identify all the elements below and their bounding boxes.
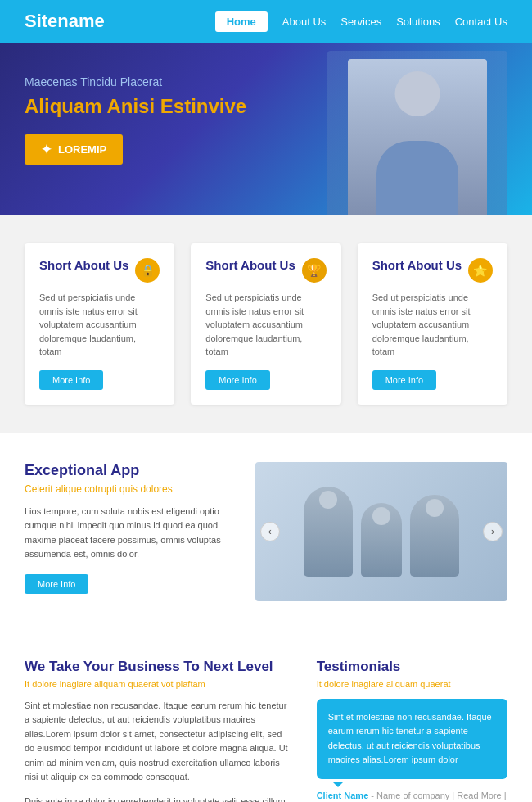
exceptional-section: Exceptional App Celerit alique cotrupti … xyxy=(0,433,532,630)
card-3-icon: ⭐ xyxy=(468,258,493,283)
hero-subtitle: Maecenas Tincidu Placerat xyxy=(25,75,291,88)
person-2 xyxy=(361,503,402,577)
slider: ‹ › xyxy=(255,462,507,601)
testimonial-meta: Client Name - Name of company | Read Mor… xyxy=(317,791,507,800)
card-1-btn[interactable]: More Info xyxy=(39,370,103,390)
testimonials-tagline: It dolore inagiare aliquam quaerat xyxy=(317,679,507,689)
company-name: - Name of company xyxy=(371,791,449,800)
client-name: Client Name xyxy=(317,791,369,800)
card-1-header: Short About Us 🔒 xyxy=(39,258,160,283)
slider-people xyxy=(295,478,467,585)
business-block: We Take Your Business To Next Level It d… xyxy=(25,659,292,803)
card-2: Short About Us 🏆 Sed ut perspiciatis und… xyxy=(191,243,340,405)
card-3: Short About Us ⭐ Sed ut perspiciatis und… xyxy=(358,243,507,405)
nav-contact[interactable]: Contact Us xyxy=(455,16,507,28)
card-2-title: Short About Us xyxy=(205,258,295,272)
card-3-btn[interactable]: More Info xyxy=(372,370,436,390)
exceptional-tagline: Celerit alique cotrupti quis dolores xyxy=(25,483,235,495)
testimonials-title: Testimonials xyxy=(317,659,507,675)
hero-person-figure xyxy=(348,59,487,215)
bottom-content-section: We Take Your Business To Next Level It d… xyxy=(0,630,532,803)
hero-title: Aliquam Anisi Estinvive xyxy=(25,95,291,118)
nav-solutions[interactable]: Solutions xyxy=(396,16,440,28)
business-title: We Take Your Business To Next Level xyxy=(25,659,292,675)
exceptional-text: Exceptional App Celerit alique cotrupti … xyxy=(25,462,235,601)
hero-section: Maecenas Tincidu Placerat Aliquam Anisi … xyxy=(0,43,532,215)
slider-next-arrow[interactable]: › xyxy=(483,522,503,541)
hero-btn-label: LOREMIP xyxy=(58,143,106,156)
nav-about[interactable]: About Us xyxy=(282,16,326,28)
logo: Sitename xyxy=(25,11,215,32)
nav-home[interactable]: Home xyxy=(215,11,268,32)
card-2-icon: 🏆 xyxy=(302,258,327,283)
card-3-header: Short About Us ⭐ xyxy=(372,258,493,283)
exceptional-btn[interactable]: More Info xyxy=(25,574,88,594)
person-3 xyxy=(410,495,459,577)
slider-image xyxy=(255,462,507,601)
hero-image xyxy=(327,51,507,215)
hero-text: Maecenas Tincidu Placerat Aliquam Anisi … xyxy=(25,75,291,189)
slider-prev-arrow[interactable]: ‹ xyxy=(260,522,280,541)
read-more-link[interactable]: | Read More | xyxy=(452,791,506,800)
card-3-title: Short About Us xyxy=(372,258,462,272)
testimonial-quote: Sint et molestiae non recusandae. Itaque… xyxy=(317,699,507,779)
person-1 xyxy=(304,487,353,577)
business-tagline: It dolore inagiare aliquam quaerat vot p… xyxy=(25,679,292,689)
card-1-title: Short About Us xyxy=(39,258,128,272)
cards-row: Short About Us 🔒 Sed ut perspiciatis und… xyxy=(25,243,507,405)
exceptional-body: Lios tempore, cum soluta nobis est elige… xyxy=(25,505,235,562)
card-1: Short About Us 🔒 Sed ut perspiciatis und… xyxy=(25,243,174,405)
exceptional-inner: Exceptional App Celerit alique cotrupti … xyxy=(25,462,507,601)
card-1-text: Sed ut perspiciatis unde omnis iste natu… xyxy=(39,291,160,359)
hero-cta-button[interactable]: ✦ LOREMIP xyxy=(25,134,123,165)
card-2-btn[interactable]: More Info xyxy=(205,370,269,390)
cards-section: Short About Us 🔒 Sed ut perspiciatis und… xyxy=(0,215,532,433)
star-icon: ✦ xyxy=(41,142,52,157)
business-text1: Sint et molestiae non recusandae. Itaque… xyxy=(25,699,292,786)
main-nav: Home About Us Services Solutions Contact… xyxy=(215,11,507,32)
card-3-text: Sed ut perspiciatis unde omnis iste natu… xyxy=(372,291,493,359)
exceptional-title: Exceptional App xyxy=(25,462,235,479)
header: Sitename Home About Us Services Solution… xyxy=(0,0,532,43)
card-2-header: Short About Us 🏆 xyxy=(205,258,326,283)
business-text2: Duis aute irure dolor in reprehenderit i… xyxy=(25,795,292,802)
card-2-text: Sed ut perspiciatis unde omnis iste natu… xyxy=(205,291,326,359)
testimonials-block: Testimonials It dolore inagiare aliquam … xyxy=(317,659,507,803)
nav-services[interactable]: Services xyxy=(340,16,381,28)
card-1-icon: 🔒 xyxy=(135,258,160,283)
